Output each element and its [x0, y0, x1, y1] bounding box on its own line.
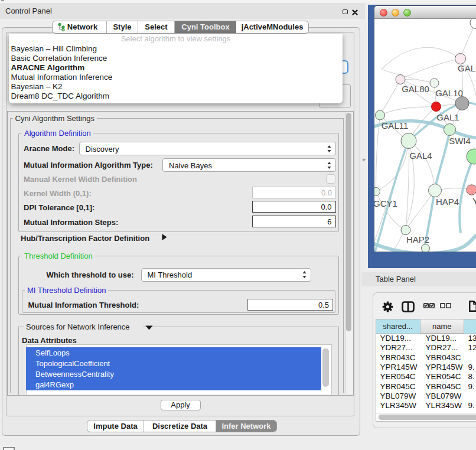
svg-text:GAL10: GAL10 — [435, 88, 463, 98]
svg-text:HAP2: HAP2 — [406, 234, 429, 244]
svg-text:YM: YM — [472, 196, 476, 206]
svg-text:GCY1: GCY1 — [374, 198, 397, 208]
svg-text:GAL4: GAL4 — [409, 151, 432, 161]
svg-text:HAP4: HAP4 — [435, 197, 458, 207]
svg-text:GAL1: GAL1 — [436, 112, 459, 122]
svg-text:SWI4: SWI4 — [449, 136, 471, 146]
svg-text:GAL80: GAL80 — [402, 84, 429, 94]
svg-text:GAL7: GAL7 — [458, 63, 476, 73]
svg-text:GAL11: GAL11 — [381, 120, 408, 131]
